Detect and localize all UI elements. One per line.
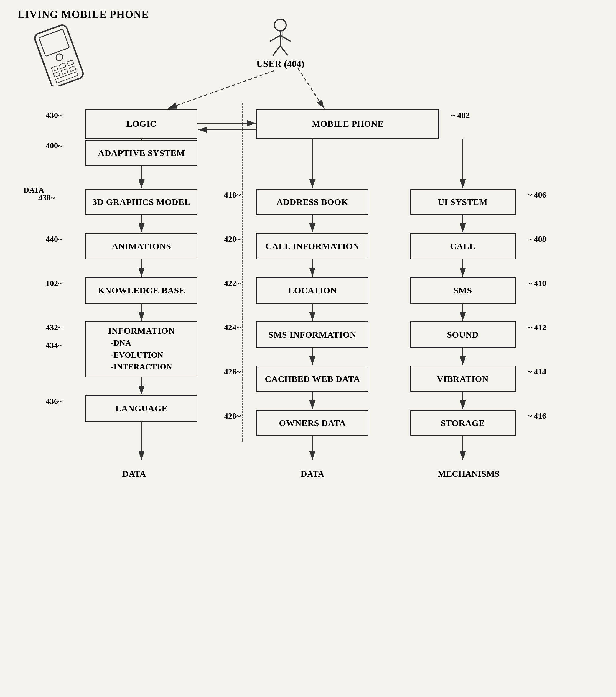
graphics-box: 3D GRAPHICS MODEL: [86, 189, 197, 215]
sms-box: SMS: [410, 277, 516, 304]
cached-ref: 426~: [224, 367, 241, 376]
mobile-phone-box: MOBILE PHONE: [256, 109, 439, 138]
svg-line-14: [273, 46, 280, 56]
logic-ref: 430~: [46, 110, 62, 120]
bottom-label-left: DATA: [105, 469, 164, 479]
svg-line-21: [298, 68, 324, 108]
svg-line-13: [280, 35, 290, 41]
owners-ref: 428~: [224, 411, 241, 421]
svg-rect-8: [69, 66, 76, 71]
logic-box: LOGIC: [86, 109, 197, 138]
bottom-label-right: MECHANISMS: [430, 469, 507, 479]
ui-ref: ~ 406: [528, 190, 546, 199]
call-ref: ~ 408: [528, 234, 546, 244]
svg-rect-3: [51, 66, 58, 71]
call-box: CALL: [410, 233, 516, 259]
vibration-box: VIBRATION: [410, 366, 516, 392]
info-ref: 432~: [46, 323, 62, 332]
sms-info-box: SMS INFORMATION: [256, 321, 369, 348]
location-box: LOCATION: [256, 277, 369, 304]
owners-data-box: OWNERS DATA: [256, 410, 369, 436]
svg-rect-0: [34, 24, 85, 86]
mobile-phone-ref: ~ 402: [451, 110, 470, 120]
language-box: LANGUAGE: [86, 395, 197, 421]
knowledge-ref: 102~: [46, 279, 62, 288]
phone-illustration: [29, 24, 88, 86]
language-ref: 436~: [46, 397, 62, 406]
svg-rect-6: [53, 72, 60, 77]
storage-box: STORAGE: [410, 410, 516, 436]
svg-point-10: [274, 19, 286, 31]
svg-rect-1: [39, 29, 70, 56]
svg-point-2: [55, 53, 64, 62]
knowledge-box: KNOWLEDGE BASE: [86, 277, 197, 304]
location-ref: 422~: [224, 279, 241, 288]
address-book-box: ADDRESS BOOK: [256, 189, 369, 215]
information-box: INFORMATION -DNA-EVOLUTION-INTERACTION: [86, 321, 197, 377]
svg-line-15: [280, 46, 288, 56]
cached-web-box: CACHBED WEB DATA: [256, 366, 369, 392]
svg-rect-4: [59, 63, 66, 69]
address-ref: 418~: [224, 190, 241, 199]
storage-ref: ~ 416: [528, 411, 546, 421]
animations-ref: 440~: [46, 234, 62, 244]
page-title: LIVING MOBILE PHONE: [18, 8, 149, 21]
svg-line-12: [270, 35, 280, 41]
ui-system-box: UI SYSTEM: [410, 189, 516, 215]
sound-ref: ~ 412: [528, 323, 546, 332]
svg-rect-9: [56, 72, 78, 83]
svg-rect-7: [61, 69, 68, 74]
divider-line: [242, 103, 243, 442]
vibration-ref: ~ 414: [528, 367, 546, 376]
user-figure: USER (404): [256, 18, 304, 69]
bottom-label-center: DATA: [283, 469, 342, 479]
graphics-ref: 438~: [38, 193, 55, 203]
adaptive-ref: 400~: [46, 141, 62, 150]
sms-info-ref: 424~: [224, 323, 241, 332]
svg-rect-5: [67, 60, 74, 66]
info-ref2: 434~: [46, 341, 62, 350]
sound-box: SOUND: [410, 321, 516, 348]
user-icon: [262, 18, 298, 56]
adaptive-box: ADAPTIVE SYSTEM: [86, 140, 197, 166]
user-label: USER (404): [256, 58, 304, 69]
call-info-ref: 420~: [224, 234, 241, 244]
svg-line-20: [168, 71, 274, 108]
animations-box: ANIMATIONS: [86, 233, 197, 259]
sms-ref: ~ 410: [528, 279, 546, 288]
call-info-box: CALL INFORMATION: [256, 233, 369, 259]
